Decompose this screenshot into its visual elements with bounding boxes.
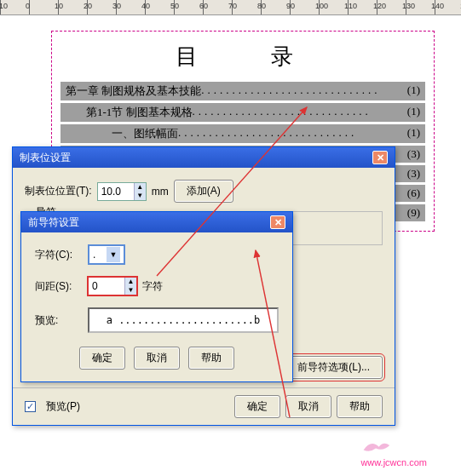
char-label: 字符(C):: [35, 248, 83, 262]
cancel-button[interactable]: 取消: [134, 347, 180, 370]
spacing-unit: 字符: [142, 279, 163, 294]
preview-box: a ......................b: [88, 307, 279, 333]
spin-down-icon[interactable]: ▼: [124, 286, 136, 295]
dialog-titlebar[interactable]: 制表位设置 ✕: [13, 147, 395, 168]
watermark: www.jcwcn.com: [360, 435, 427, 467]
close-icon[interactable]: ✕: [372, 151, 388, 164]
spin-down-icon[interactable]: ▼: [134, 192, 146, 200]
tab-position-spinner[interactable]: ▲▼: [97, 182, 147, 201]
spacing-label: 间距(S):: [35, 279, 83, 294]
spin-up-icon[interactable]: ▲: [124, 278, 136, 286]
close-icon[interactable]: ✕: [270, 215, 285, 229]
toc-line: 一、图纸幅面.............................(1): [61, 124, 425, 143]
toc-line: 第一章 制图规格及基本技能...........................…: [61, 82, 425, 100]
ok-button[interactable]: 确定: [234, 395, 280, 418]
bird-icon: [360, 435, 391, 456]
dialog-title: 制表位设置: [20, 151, 71, 165]
tab-position-unit: mm: [152, 186, 169, 198]
tab-position-label: 制表位位置(T):: [25, 184, 92, 198]
cancel-button[interactable]: 取消: [285, 395, 331, 418]
leader-settings-dialog: 前导符设置 ✕ 字符(C): . ▼ 间距(S): ▲▼ 字符 预览: a ..…: [20, 211, 293, 382]
dialog-footer: ✓ 预览(P) 确定 取消 帮助: [13, 387, 395, 425]
char-value: .: [93, 249, 95, 261]
preview-label: 预览(P): [46, 399, 80, 414]
spacing-spinner[interactable]: ▲▼: [88, 277, 137, 295]
toc-line: 第1-1节 制图基本规格............................…: [61, 103, 425, 122]
toc-title: 目 录: [78, 42, 425, 72]
help-button[interactable]: 帮助: [337, 395, 383, 418]
spacing-input[interactable]: [89, 278, 124, 295]
chevron-down-icon[interactable]: ▼: [107, 247, 120, 262]
horizontal-ruler: -100102030405060708090100110120130140150…: [0, 0, 461, 15]
dialog-title: 前导符设置: [28, 215, 79, 230]
char-select[interactable]: . ▼: [88, 244, 125, 265]
spin-up-icon[interactable]: ▲: [134, 183, 146, 192]
dialog-titlebar[interactable]: 前导符设置 ✕: [21, 212, 292, 232]
tab-position-input[interactable]: [98, 183, 134, 200]
add-button[interactable]: 添加(A): [174, 180, 233, 203]
leader-options-button[interactable]: 前导符选项(L)...: [285, 356, 383, 379]
ok-button[interactable]: 确定: [79, 347, 125, 370]
preview-label: 预览:: [35, 313, 83, 328]
help-button[interactable]: 帮助: [188, 347, 234, 370]
preview-checkbox[interactable]: ✓: [25, 401, 36, 412]
